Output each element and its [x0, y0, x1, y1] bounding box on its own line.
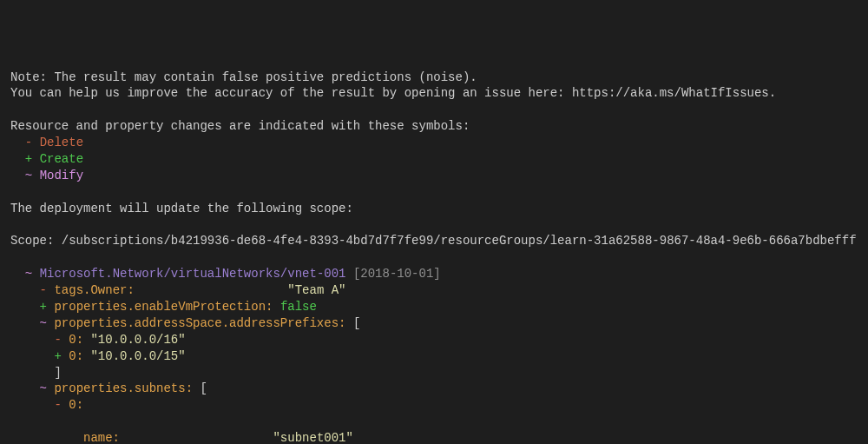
enable-vm-key: properties.enableVmProtection:: [54, 300, 273, 314]
scope-value: /subscriptions/b4219936-de68-4fe4-8393-4…: [62, 234, 857, 248]
legend-create-sym: +: [25, 152, 32, 166]
delete-sym: -: [40, 283, 47, 297]
create-sym: +: [40, 300, 47, 314]
legend-modify: Modify: [40, 169, 83, 182]
legend-modify-sym: ~: [25, 169, 32, 182]
legend-create: Create: [40, 152, 83, 166]
enable-vm-val: false: [280, 300, 317, 314]
api-version: [2018-10-01]: [353, 267, 441, 281]
legend-delete-sym: -: [25, 136, 32, 149]
tags-owner-key: tags.Owner:: [54, 283, 134, 297]
idx0-new-key: 0:: [69, 349, 83, 363]
create-sym-2: +: [54, 349, 61, 363]
delete-sym-3: -: [54, 398, 61, 412]
scope-intro: The deployment will update the following…: [10, 202, 353, 215]
resource-modify-sym: ~: [25, 267, 32, 281]
old-prefix: "10.0.0.0/16": [90, 333, 185, 347]
addr-prefixes-key: properties.addressSpace.addressPrefixes:: [54, 316, 345, 330]
scope-label: Scope:: [10, 234, 62, 248]
subnet-name-key: name:: [83, 431, 120, 444]
note-line: Note: The result may contain false posit…: [10, 70, 477, 84]
delete-sym-2: -: [54, 333, 61, 347]
idx0-subnet: 0:: [69, 398, 83, 412]
resource-type: Microsoft.Network/virtualNetworks/vnet-0…: [40, 267, 346, 281]
subnet-name-val: "subnet001": [273, 431, 352, 444]
subnets-key: properties.subnets:: [54, 381, 193, 395]
bracket-close: ]: [54, 366, 61, 380]
modify-sym-2: ~: [40, 381, 47, 395]
legend-delete: Delete: [40, 136, 83, 149]
idx0-old-key: 0:: [69, 333, 83, 347]
legend-intro: Resource and property changes are indica…: [10, 119, 470, 133]
modify-sym: ~: [40, 316, 47, 330]
new-prefix: "10.0.0.0/15": [90, 349, 185, 363]
bracket-open-2: [: [200, 381, 207, 395]
bracket-open: [: [353, 316, 360, 330]
tags-owner-val: "Team A": [287, 283, 345, 297]
improve-line: You can help us improve the accuracy of …: [10, 86, 776, 100]
